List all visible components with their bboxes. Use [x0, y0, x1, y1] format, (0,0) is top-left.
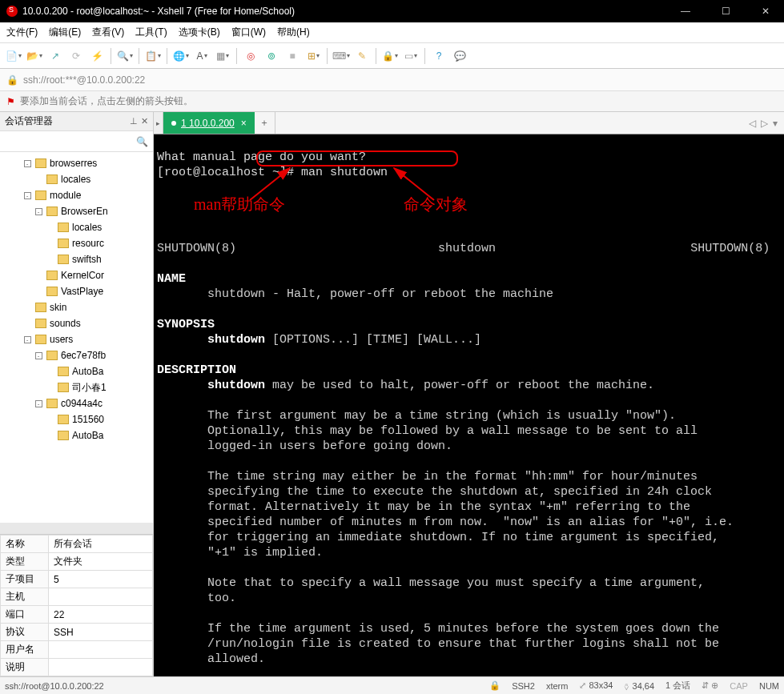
- panel-header: 会话管理器 ⊥ ✕: [0, 112, 153, 131]
- terminal[interactable]: What manual page do you want? [root@loca…: [154, 134, 784, 676]
- search-icon[interactable]: 🔍: [116, 47, 134, 65]
- tree-item[interactable]: AutoBa: [0, 363, 153, 379]
- new-session-icon[interactable]: 📄: [5, 47, 22, 65]
- menu-tabs[interactable]: 选项卡(B): [179, 26, 220, 39]
- menu-view[interactable]: 查看(V): [92, 26, 124, 39]
- tree-item[interactable]: -BrowserEn: [0, 203, 153, 219]
- palette-icon[interactable]: ▦: [214, 47, 231, 65]
- maximize-button[interactable]: ☐: [714, 6, 738, 17]
- globe-icon[interactable]: 🌐: [172, 47, 190, 65]
- tree-item[interactable]: -browserres: [0, 155, 153, 171]
- tree-item[interactable]: 151560: [0, 411, 153, 427]
- menu-tools[interactable]: 工具(T): [135, 26, 167, 39]
- section-description: DESCRIPTION: [157, 363, 236, 377]
- tree-item[interactable]: skin: [0, 299, 153, 315]
- notification-text: 要添加当前会话，点击左侧的箭头按钮。: [20, 94, 193, 108]
- panel-close-icon[interactable]: ✕: [141, 116, 148, 126]
- tab-next-icon[interactable]: ▷: [761, 118, 768, 129]
- tree-label: AutoBa: [72, 366, 103, 377]
- tab-menu-icon[interactable]: ▾: [773, 118, 778, 129]
- lock-icon[interactable]: 🔒: [381, 47, 399, 65]
- highlight-icon[interactable]: ✎: [353, 47, 371, 65]
- notification-bar: ⚑ 要添加当前会话，点击左侧的箭头按钮。: [0, 91, 784, 112]
- copy-icon[interactable]: 📋: [144, 47, 162, 65]
- close-button[interactable]: ✕: [754, 6, 778, 17]
- tree-item[interactable]: resourc: [0, 235, 153, 251]
- session-search[interactable]: 🔍: [0, 131, 153, 152]
- stop-icon[interactable]: ■: [283, 47, 301, 65]
- prop-value: [49, 641, 153, 659]
- flag-icon: ⚑: [6, 96, 15, 107]
- keyboard-icon[interactable]: ⌨: [332, 47, 350, 65]
- folder-icon: [58, 383, 69, 392]
- tree-item[interactable]: locales: [0, 171, 153, 187]
- tree-label: locales: [61, 174, 90, 185]
- tree-item[interactable]: -module: [0, 187, 153, 203]
- folder-icon: [46, 351, 58, 360]
- tree-item[interactable]: AutoBa: [0, 427, 153, 443]
- tree-item[interactable]: VastPlaye: [0, 283, 153, 299]
- tree-item[interactable]: 司小春1: [0, 379, 153, 395]
- status-address: ssh://root@10.0.0.200:22: [5, 681, 104, 691]
- record-icon[interactable]: ◎: [242, 47, 259, 65]
- tabbar: ▸ 1 10.0.0.200 × ＋ ◁ ▷ ▾: [154, 112, 784, 134]
- tab-close-icon[interactable]: ×: [241, 118, 247, 129]
- chat-icon[interactable]: 💬: [451, 47, 468, 65]
- menu-help[interactable]: 帮助(H): [277, 26, 310, 39]
- prop-value: 22: [49, 606, 153, 624]
- tree-item[interactable]: locales: [0, 219, 153, 235]
- tree-label: BrowserEn: [61, 206, 108, 217]
- prop-key: 用户名: [1, 641, 49, 659]
- target-icon[interactable]: ⊚: [263, 47, 280, 65]
- prop-value: [49, 659, 153, 676]
- window-title: 10.0.0.200 - root@localhost:~ - Xshell 7…: [22, 6, 673, 17]
- tree-hscroll[interactable]: [0, 523, 153, 534]
- folder-icon: [46, 175, 58, 184]
- folder-icon: [46, 287, 58, 296]
- tree-item[interactable]: sounds: [0, 315, 153, 331]
- minimize-button[interactable]: —: [673, 6, 698, 17]
- disconnect-icon[interactable]: ⚡: [88, 47, 106, 65]
- session-tree[interactable]: -browserreslocales-module-BrowserEnlocal…: [0, 152, 153, 523]
- folder-icon: [58, 367, 69, 376]
- help-icon[interactable]: ?: [430, 47, 448, 65]
- prop-key: 端口: [1, 606, 49, 624]
- status-ssh: SSH2: [512, 681, 535, 691]
- tab-add-button[interactable]: ＋: [255, 112, 275, 134]
- send-icon[interactable]: ↗: [46, 47, 64, 65]
- section-synopsis: SYNOPSIS: [157, 318, 215, 331]
- menu-window[interactable]: 窗口(W): [231, 26, 266, 39]
- prop-value: [49, 588, 153, 606]
- tree-item[interactable]: swiftsh: [0, 251, 153, 267]
- addressbar[interactable]: 🔒 ssh://root:***@10.0.0.200:22: [0, 69, 784, 91]
- menu-file[interactable]: 文件(F): [6, 26, 38, 39]
- tree-label: AutoBa: [72, 430, 103, 441]
- prop-key: 类型: [1, 553, 49, 571]
- status-sessions: 1 会话: [665, 680, 690, 692]
- tree-label: KernelCor: [61, 270, 104, 281]
- tree-label: users: [50, 334, 73, 345]
- tab-active[interactable]: 1 10.0.0.200 ×: [163, 112, 255, 134]
- term-cmd: man shutdown: [301, 166, 388, 179]
- folder-icon: [35, 319, 46, 328]
- tab-prev-icon[interactable]: ◁: [749, 118, 756, 129]
- tree-item[interactable]: -c0944a4c: [0, 395, 153, 411]
- tree-label: resourc: [72, 238, 104, 249]
- font-icon[interactable]: A: [193, 47, 211, 65]
- open-icon[interactable]: 📂: [26, 47, 43, 65]
- search-input[interactable]: [5, 136, 136, 147]
- reconnect-icon[interactable]: ⟳: [67, 47, 85, 65]
- folder-icon: [58, 255, 69, 264]
- tree-label: module: [50, 190, 81, 201]
- search-icon[interactable]: 🔍: [136, 136, 148, 147]
- window-icon[interactable]: ▭: [402, 47, 420, 65]
- tab-grip[interactable]: ▸: [154, 112, 163, 134]
- folder-icon: [35, 191, 46, 200]
- tree-item[interactable]: -users: [0, 331, 153, 347]
- tree-item[interactable]: KernelCor: [0, 267, 153, 283]
- folder-icon: [46, 207, 58, 216]
- menu-edit[interactable]: 编辑(E): [49, 26, 81, 39]
- tree-item[interactable]: -6ec7e78fb: [0, 347, 153, 363]
- key-icon[interactable]: ⊞: [304, 47, 322, 65]
- pin-icon[interactable]: ⊥: [130, 116, 138, 126]
